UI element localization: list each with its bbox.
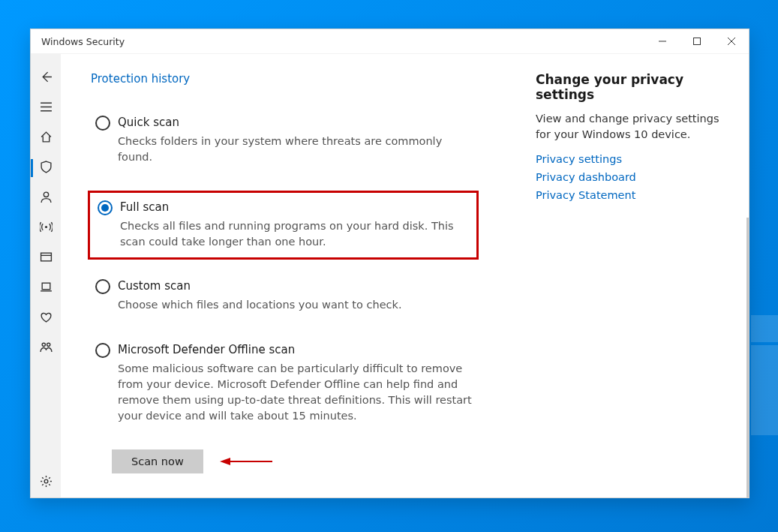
maximize-button[interactable] [680, 29, 714, 53]
svg-rect-0 [694, 38, 701, 45]
nav-home[interactable] [31, 123, 61, 153]
option-desc: Some malicious software can be particula… [118, 361, 478, 424]
hamburger-icon [40, 101, 53, 116]
scrollbar[interactable] [746, 218, 749, 497]
svg-marker-9 [220, 458, 230, 465]
app-window: Windows Security [30, 29, 749, 498]
titlebar: Windows Security [31, 29, 749, 54]
svg-point-6 [47, 343, 50, 346]
option-label: Quick scan [118, 116, 478, 129]
nav-firewall[interactable] [31, 213, 61, 243]
home-icon [40, 131, 53, 146]
svg-point-2 [44, 226, 47, 228]
privacy-settings-link[interactable]: Privacy settings [536, 153, 731, 165]
nav-rail [31, 54, 61, 497]
app-title: Windows Security [41, 36, 645, 47]
option-label: Custom scan [118, 279, 478, 293]
nav-account-protection[interactable] [31, 183, 61, 213]
heart-icon [40, 311, 53, 326]
option-full-scan[interactable]: Full scan Checks all files and running p… [95, 197, 472, 253]
protection-history-link[interactable]: Protection history [91, 72, 509, 86]
nav-app-browser-control[interactable] [31, 243, 61, 273]
option-custom-scan[interactable]: Custom scan Choose which files and locat… [91, 275, 509, 317]
back-arrow-icon [40, 71, 53, 86]
nav-device-security[interactable] [31, 273, 61, 303]
privacy-statement-link[interactable]: Privacy Statement [536, 189, 731, 201]
option-desc: Choose which files and locations you wan… [118, 297, 478, 313]
svg-point-5 [42, 343, 45, 346]
app-window-icon [40, 251, 53, 266]
main-content: Protection history Quick scan Checks fol… [61, 54, 536, 497]
privacy-heading: Change your privacy settings [536, 72, 731, 102]
gear-icon [40, 475, 53, 490]
radio-icon [98, 200, 113, 215]
svg-rect-3 [41, 253, 51, 261]
radio-icon [95, 279, 110, 294]
nav-virus-protection[interactable] [31, 153, 61, 183]
privacy-dashboard-link[interactable]: Privacy dashboard [536, 171, 731, 183]
shield-icon [40, 161, 53, 176]
option-quick-scan[interactable]: Quick scan Checks folders in your system… [91, 111, 509, 170]
nav-menu[interactable] [31, 93, 61, 123]
window-controls [645, 29, 749, 53]
person-icon [40, 191, 53, 206]
nav-settings[interactable] [31, 467, 61, 497]
family-icon [40, 341, 53, 356]
annotation-arrow-icon [220, 456, 272, 469]
broadcast-icon [40, 221, 53, 236]
nav-back[interactable] [31, 63, 61, 93]
radio-icon [95, 343, 110, 358]
option-desc: Checks all files and running programs on… [120, 218, 469, 250]
scan-now-button[interactable]: Scan now [112, 449, 203, 473]
svg-point-1 [44, 192, 48, 197]
option-label: Full scan [120, 200, 469, 214]
svg-rect-4 [42, 283, 50, 290]
radio-icon [95, 116, 110, 131]
nav-device-performance[interactable] [31, 303, 61, 333]
minimize-button[interactable] [645, 29, 680, 53]
annotation-highlight: Full scan Checks all files and running p… [88, 191, 479, 260]
option-label: Microsoft Defender Offline scan [118, 343, 478, 356]
nav-family-options[interactable] [31, 333, 61, 363]
option-offline-scan[interactable]: Microsoft Defender Offline scan Some mal… [91, 338, 509, 428]
side-panel: Change your privacy settings View and ch… [536, 54, 749, 497]
close-button[interactable] [714, 29, 749, 53]
laptop-icon [40, 281, 53, 296]
svg-point-7 [44, 479, 48, 483]
privacy-desc: View and change privacy settings for you… [536, 111, 731, 143]
option-desc: Checks folders in your system where thre… [118, 134, 478, 165]
